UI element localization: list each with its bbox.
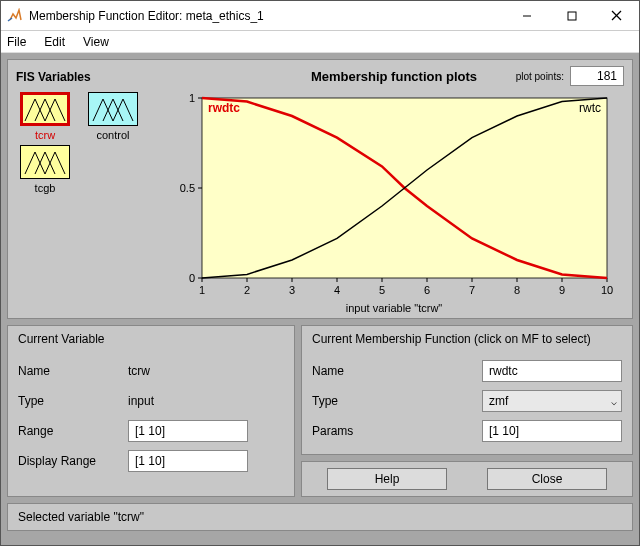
help-button-label: Help <box>375 472 400 486</box>
cv-range-label: Range <box>18 424 128 438</box>
mf-type-value: zmf <box>489 394 508 408</box>
close-button[interactable]: Close <box>487 468 607 490</box>
menu-file[interactable]: File <box>7 35 26 49</box>
minimize-button[interactable] <box>504 1 549 30</box>
svg-text:2: 2 <box>243 284 249 296</box>
svg-text:9: 9 <box>558 284 564 296</box>
titlebar: Membership Function Editor: meta_ethics_… <box>1 1 639 31</box>
mf-title: Current Membership Function (click on MF… <box>312 332 622 346</box>
content-area: FIS Variables tcrw <box>1 53 639 545</box>
mf-params-label: Params <box>312 424 422 438</box>
cv-drange-label: Display Range <box>18 454 128 468</box>
current-mf-panel: Current Membership Function (click on MF… <box>301 325 633 455</box>
fis-box-tcrw[interactable] <box>20 92 70 126</box>
lower-row: Current Variable Name tcrw Type input Ra… <box>7 325 633 497</box>
cv-range-input[interactable] <box>128 420 248 442</box>
mf-name-label: Name <box>312 364 422 378</box>
fis-variables-panel: FIS Variables tcrw <box>16 66 156 194</box>
mf-type-label: Type <box>312 394 422 408</box>
svg-text:rwtc: rwtc <box>579 101 601 115</box>
mf-glyph-icon <box>91 95 135 123</box>
svg-text:0.5: 0.5 <box>179 182 194 194</box>
svg-rect-2 <box>568 12 576 20</box>
plot-panel: Membership function plots plot points: 1… <box>164 66 624 314</box>
window-title: Membership Function Editor: meta_ethics_… <box>29 9 504 23</box>
current-variable-panel: Current Variable Name tcrw Type input Ra… <box>7 325 295 497</box>
status-bar: Selected variable "tcrw" <box>7 503 633 531</box>
fis-var-tcgb[interactable]: tcgb <box>16 145 74 194</box>
maximize-button[interactable] <box>549 1 594 30</box>
svg-text:1: 1 <box>188 92 194 104</box>
button-row: Help Close <box>301 461 633 497</box>
svg-text:rwdtc: rwdtc <box>208 101 240 115</box>
svg-text:7: 7 <box>468 284 474 296</box>
cv-drange-input[interactable] <box>128 450 248 472</box>
mf-type-select[interactable]: zmf ⌵ <box>482 390 622 412</box>
close-window-button[interactable] <box>594 1 639 30</box>
svg-text:4: 4 <box>333 284 339 296</box>
mf-params-input[interactable] <box>482 420 622 442</box>
upper-panel: FIS Variables tcrw <box>7 59 633 319</box>
fis-box-control[interactable] <box>88 92 138 126</box>
fis-label: tcgb <box>35 182 56 194</box>
fis-label: control <box>96 129 129 141</box>
window-buttons <box>504 1 639 30</box>
fis-var-tcrw[interactable]: tcrw <box>16 92 74 141</box>
cv-name-label: Name <box>18 364 128 378</box>
xaxis-label: input variable "tcrw" <box>346 302 442 314</box>
app-window: Membership Function Editor: meta_ethics_… <box>0 0 640 546</box>
svg-text:5: 5 <box>378 284 384 296</box>
cv-name-value: tcrw <box>128 364 150 378</box>
mf-name-input[interactable] <box>482 360 622 382</box>
close-button-label: Close <box>532 472 563 486</box>
plot-points-input[interactable] <box>570 66 624 86</box>
fis-label: tcrw <box>35 129 55 141</box>
fis-var-control[interactable]: control <box>84 92 142 141</box>
cv-type-label: Type <box>18 394 128 408</box>
matlab-icon <box>7 8 23 24</box>
mf-glyph-icon <box>23 148 67 176</box>
menu-view[interactable]: View <box>83 35 109 49</box>
cv-type-value: input <box>128 394 154 408</box>
svg-text:10: 10 <box>600 284 612 296</box>
fis-box-tcgb[interactable] <box>20 145 70 179</box>
svg-text:3: 3 <box>288 284 294 296</box>
fis-header: FIS Variables <box>16 70 156 84</box>
help-button[interactable]: Help <box>327 468 447 490</box>
svg-text:1: 1 <box>198 284 204 296</box>
svg-text:0: 0 <box>188 272 194 284</box>
menu-edit[interactable]: Edit <box>44 35 65 49</box>
status-text: Selected variable "tcrw" <box>18 510 144 524</box>
menubar: File Edit View <box>1 31 639 53</box>
svg-text:8: 8 <box>513 284 519 296</box>
chevron-down-icon: ⌵ <box>611 396 617 407</box>
plot-title: Membership function plots <box>311 69 477 84</box>
mf-right-stack: Current Membership Function (click on MF… <box>301 325 633 497</box>
mf-glyph-icon <box>23 95 67 123</box>
plot-points-label: plot points: <box>516 71 564 82</box>
mf-plot[interactable]: 1234567891000.51rwdtcrwtc <box>172 90 617 300</box>
svg-text:6: 6 <box>423 284 429 296</box>
cv-title: Current Variable <box>18 332 284 346</box>
